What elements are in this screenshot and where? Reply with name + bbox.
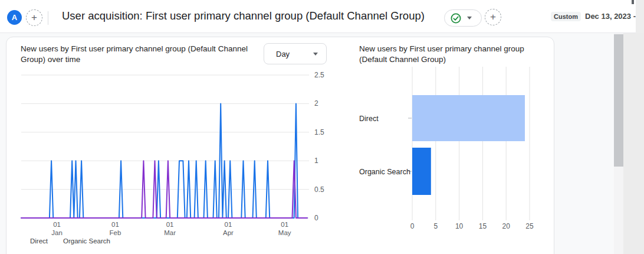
y-axis-label: 1 <box>314 157 318 165</box>
add-metric-button[interactable]: + <box>485 9 501 25</box>
all-users-avatar[interactable]: A <box>7 10 22 25</box>
legend-item-direct: Direct <box>30 237 48 245</box>
right-gutter <box>623 33 644 254</box>
x-axis-label: 20 <box>502 222 511 230</box>
header-divider <box>48 11 48 25</box>
page-title: User acquisition: First user primary cha… <box>62 9 425 22</box>
category-label: Direct <box>359 115 379 123</box>
x-axis-label: 01Jan <box>51 221 63 236</box>
x-axis-label: 01May <box>278 221 291 236</box>
x-axis-label: 01Apr <box>223 221 234 236</box>
scrollbar-thumb[interactable] <box>614 34 623 167</box>
bar-chart: 0510152025DirectOrganic Search <box>351 63 555 254</box>
x-axis-label: 15 <box>479 222 487 230</box>
legend-item-organic-search: Organic Search <box>63 237 110 245</box>
date-range-selector[interactable]: Dec 13, 2023 - May 13, 2024 <box>585 12 644 21</box>
bar-organic-search[interactable] <box>412 148 431 195</box>
y-axis-label: 2.5 <box>314 71 324 79</box>
check-circle-icon <box>450 12 462 24</box>
bar-direct[interactable] <box>412 95 525 141</box>
interval-dropdown-value: Day <box>276 50 313 58</box>
y-axis-label: 0.5 <box>314 185 324 194</box>
chevron-down-icon <box>467 17 472 19</box>
chevron-down-icon <box>313 53 318 56</box>
avatar-label: A <box>12 13 17 22</box>
analytics-report-page: A + User acquisition: First user primary… <box>0 0 644 254</box>
date-range-type-badge[interactable]: Custom <box>551 12 581 21</box>
breakdown-chart-title: New users by First user primary channel … <box>359 44 542 65</box>
plus-icon: + <box>31 12 37 24</box>
add-comparison-button[interactable]: + <box>26 9 42 26</box>
line-chart: 00.511.522.501Jan01Feb01Mar01Apr01May <box>6 61 343 254</box>
x-axis-label: 10 <box>455 222 464 230</box>
x-axis-label: 25 <box>525 222 534 230</box>
x-axis-label: 5 <box>433 222 438 230</box>
x-axis-label: 01Mar <box>164 221 176 236</box>
line-chart-legend: DirectOrganic Search <box>30 237 110 245</box>
y-axis-label: 2 <box>314 99 318 108</box>
report-header: A + User acquisition: First user primary… <box>0 0 644 33</box>
header-corner-strip <box>636 0 644 33</box>
y-axis-label: 0 <box>314 214 318 222</box>
x-axis-label: 0 <box>410 222 415 230</box>
overview-card: New users by First user primary channel … <box>6 37 554 254</box>
data-quality-button[interactable] <box>444 9 482 27</box>
plus-icon: + <box>490 11 496 23</box>
category-label: Organic Search <box>359 168 410 176</box>
browser-scrollbar-top <box>632 0 634 4</box>
y-axis-label: 1.5 <box>314 128 324 136</box>
x-axis-label: 01Feb <box>110 221 121 236</box>
